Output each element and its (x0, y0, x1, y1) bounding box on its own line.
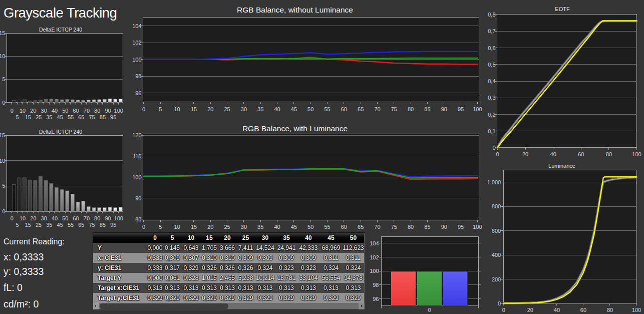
svg-text:96: 96 (135, 90, 141, 96)
svg-text:50: 50 (62, 215, 68, 221)
svg-text:85: 85 (100, 114, 106, 120)
svg-text:70: 70 (374, 224, 380, 230)
svg-text:85: 85 (424, 106, 430, 112)
svg-text:60: 60 (580, 307, 586, 313)
svg-text:10: 10 (20, 215, 26, 221)
svg-text:60: 60 (73, 215, 79, 221)
svg-text:50: 50 (307, 224, 313, 230)
svg-text:0: 0 (502, 307, 505, 313)
svg-text:0,7: 0,7 (488, 28, 495, 34)
svg-text:0,5: 0,5 (488, 62, 495, 68)
svg-text:5: 5 (16, 222, 19, 228)
svg-text:35: 35 (46, 222, 52, 228)
svg-text:25: 25 (224, 106, 230, 112)
svg-text:80: 80 (606, 151, 612, 157)
svg-text:98: 98 (135, 73, 141, 79)
svg-text:80: 80 (94, 215, 100, 221)
svg-text:5: 5 (2, 76, 5, 82)
svg-text:0: 0 (428, 307, 431, 313)
svg-text:20: 20 (30, 215, 36, 221)
svg-text:80: 80 (94, 108, 100, 114)
svg-text:30: 30 (41, 215, 47, 221)
svg-text:20: 20 (207, 106, 213, 112)
svg-text:102: 102 (370, 254, 379, 260)
svg-text:RGB Balance, without Luminance: RGB Balance, without Luminance (237, 6, 353, 14)
svg-text:20: 20 (30, 108, 36, 114)
svg-text:5: 5 (159, 106, 162, 112)
svg-text:Luminance: Luminance (548, 163, 575, 169)
svg-text:0: 0 (2, 208, 5, 214)
svg-text:25: 25 (36, 222, 42, 228)
svg-text:90: 90 (105, 215, 111, 221)
svg-text:60: 60 (341, 224, 347, 230)
svg-text:55: 55 (68, 114, 74, 120)
svg-text:65: 65 (358, 224, 364, 230)
svg-text:95: 95 (458, 224, 464, 230)
svg-text:55: 55 (324, 224, 330, 230)
svg-text:60: 60 (578, 151, 584, 157)
svg-text:35: 35 (257, 106, 263, 112)
svg-text:45: 45 (57, 114, 63, 120)
svg-text:5: 5 (2, 183, 5, 189)
svg-text:65: 65 (78, 222, 84, 228)
svg-text:20: 20 (522, 151, 528, 157)
svg-text:0: 0 (492, 145, 495, 151)
svg-text:20: 20 (207, 224, 213, 230)
svg-text:50: 50 (62, 108, 68, 114)
svg-text:800: 800 (492, 203, 501, 209)
svg-text:10: 10 (174, 224, 180, 230)
svg-text:400: 400 (492, 252, 501, 258)
svg-text:15: 15 (25, 222, 31, 228)
svg-text:75: 75 (89, 114, 95, 120)
svg-text:80: 80 (408, 106, 414, 112)
svg-text:100: 100 (114, 215, 123, 221)
svg-text:20: 20 (527, 307, 533, 313)
svg-text:95: 95 (110, 114, 116, 120)
svg-text:75: 75 (391, 224, 397, 230)
svg-text:RGB Balance, with Luminance: RGB Balance, with Luminance (242, 124, 348, 133)
svg-text:15: 15 (191, 224, 197, 230)
svg-text:98: 98 (373, 282, 379, 288)
svg-text:5: 5 (159, 224, 162, 230)
svg-text:65: 65 (358, 106, 364, 112)
svg-text:40: 40 (274, 106, 280, 112)
svg-text:90: 90 (441, 106, 447, 112)
svg-text:65: 65 (78, 114, 84, 120)
svg-text:75: 75 (391, 106, 397, 112)
svg-text:DeltaE ICTCP 240: DeltaE ICTCP 240 (39, 27, 82, 33)
svg-text:30: 30 (41, 108, 47, 114)
svg-text:45: 45 (57, 222, 63, 228)
svg-text:100: 100 (132, 174, 141, 180)
svg-text:40: 40 (550, 151, 556, 157)
svg-text:100: 100 (632, 307, 641, 313)
svg-text:0: 0 (142, 106, 145, 112)
svg-text:104: 104 (132, 23, 141, 29)
svg-text:60: 60 (73, 108, 79, 114)
svg-text:0,6: 0,6 (488, 45, 495, 51)
svg-text:0,2: 0,2 (488, 112, 495, 118)
svg-text:80: 80 (135, 216, 141, 222)
svg-text:85: 85 (100, 222, 106, 228)
svg-text:0: 0 (142, 224, 145, 230)
svg-text:100: 100 (473, 106, 482, 112)
svg-text:100: 100 (473, 224, 482, 230)
svg-text:10: 10 (20, 108, 26, 114)
svg-text:55: 55 (68, 222, 74, 228)
svg-text:0: 0 (11, 215, 14, 221)
svg-text:100: 100 (114, 108, 123, 114)
svg-text:40: 40 (52, 215, 58, 221)
svg-text:15: 15 (0, 30, 6, 36)
svg-text:DeltaE ICTCP 240: DeltaE ICTCP 240 (39, 129, 82, 135)
svg-text:120: 120 (132, 132, 141, 138)
svg-text:1.000: 1.000 (487, 179, 501, 185)
svg-text:80: 80 (607, 307, 613, 313)
svg-text:600: 600 (492, 228, 501, 234)
svg-text:100: 100 (370, 268, 379, 274)
svg-text:5: 5 (16, 114, 19, 120)
svg-text:100: 100 (632, 151, 641, 157)
svg-text:30: 30 (241, 224, 247, 230)
svg-text:100: 100 (132, 57, 141, 63)
svg-text:EOTF: EOTF (555, 6, 570, 12)
svg-text:0: 0 (2, 100, 5, 106)
svg-text:25: 25 (224, 224, 230, 230)
